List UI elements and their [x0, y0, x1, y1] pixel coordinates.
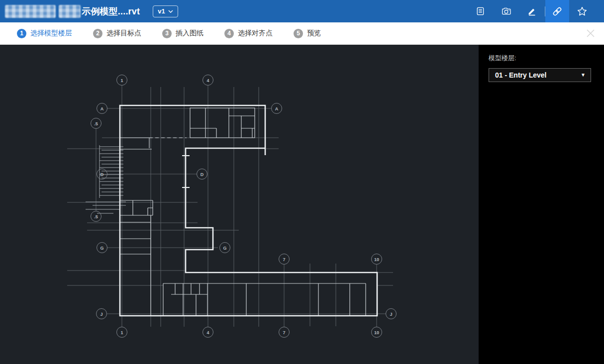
redacted-title-block: [5, 5, 56, 18]
wizard-step-3[interactable]: 3插入图纸: [162, 29, 203, 38]
content-area: 14AA.5DD.5GG710JJ14710 模型楼层: 01 - Entry …: [0, 45, 604, 364]
dropdown-caret-icon: ▼: [581, 73, 586, 78]
floor-plan-viewport[interactable]: 14AA.5DD.5GG710JJ14710: [0, 45, 479, 364]
document-title: 示例模型....rvt: [82, 5, 140, 17]
version-label: v1: [158, 7, 165, 15]
grid-bubble-label: 10: [374, 257, 379, 262]
grid-bubble-label: J: [390, 312, 392, 317]
markup-button[interactable]: [519, 0, 545, 22]
grid-bubble-label: A: [275, 106, 279, 111]
star-icon: [577, 6, 588, 17]
floor-select-label: 模型楼层:: [489, 54, 594, 63]
grid-bubble-label: .5: [94, 121, 98, 126]
grid-bubble-label: 4: [206, 330, 209, 335]
grid-bubble-label: J: [100, 312, 102, 317]
floor-selected-value: 01 - Entry Level: [495, 71, 547, 79]
favorite-button[interactable]: [569, 0, 595, 22]
wizard-step-5[interactable]: 5预览: [294, 29, 321, 38]
step-label: 选择对齐点: [238, 29, 273, 38]
building-outline: [120, 105, 377, 316]
grid-bubble-label: 1: [120, 330, 123, 335]
camera-icon: [501, 6, 511, 16]
chevron-down-icon: [168, 10, 173, 13]
link-icon: [552, 6, 563, 17]
grid-bubble-label: A: [101, 106, 104, 111]
floor-select-dropdown[interactable]: 01 - Entry Level ▼: [489, 68, 591, 82]
grid-bubble-label: .5: [94, 214, 98, 219]
document-info-button[interactable]: [467, 0, 493, 22]
grid-bubble-label: D: [101, 172, 104, 177]
topbar: 示例模型....rvt v1: [0, 0, 604, 22]
step-label: 选择目标点: [106, 29, 141, 38]
step-label: 插入图纸: [176, 29, 203, 38]
wizard-step-bar: 1选择模型楼层2选择目标点3插入图纸4选择对齐点5预览: [0, 22, 604, 45]
close-icon: [585, 28, 596, 39]
grid-bubble-label: 10: [374, 330, 379, 335]
grid-bubble-label: 1: [120, 78, 123, 83]
step-number-badge: 1: [17, 29, 26, 38]
interior-walls: [120, 108, 366, 316]
wizard-step-1[interactable]: 1选择模型楼层: [17, 29, 72, 38]
wizard-steps: 1选择模型楼层2选择目标点3插入图纸4选择对齐点5预览: [17, 29, 342, 38]
grid-lines: [67, 86, 393, 327]
grid-bubble-label: G: [100, 246, 103, 251]
model-floor-panel: 模型楼层: 01 - Entry Level ▼: [479, 45, 604, 364]
close-wizard-button[interactable]: [584, 27, 597, 40]
wizard-step-2[interactable]: 2选择目标点: [93, 29, 141, 38]
step-label: 选择模型楼层: [30, 29, 72, 38]
document-icon: [476, 6, 485, 16]
grid-bubble-label: G: [223, 246, 226, 251]
pen-icon: [527, 6, 537, 16]
grid-bubble-label: 7: [283, 330, 285, 335]
grid-bubble-label: 7: [283, 257, 285, 262]
grid-bubble-label: D: [201, 172, 204, 177]
step-label: 预览: [307, 29, 321, 38]
grid-bubbles: 14AA.5DD.5GG710JJ14710: [91, 75, 397, 338]
step-number-badge: 3: [162, 29, 172, 38]
step-number-badge: 4: [224, 29, 234, 38]
redacted-title-block: [59, 5, 81, 18]
step-number-badge: 5: [294, 29, 303, 38]
grid-bubble-label: 4: [206, 78, 209, 83]
document-title-area: 示例模型....rvt v1: [0, 0, 178, 22]
floor-plan-drawing: 14AA.5DD.5GG710JJ14710: [0, 45, 479, 364]
integrate-drawing-button[interactable]: [545, 0, 569, 22]
version-dropdown[interactable]: v1: [153, 5, 178, 17]
wizard-step-4[interactable]: 4选择对齐点: [224, 29, 273, 38]
step-number-badge: 2: [93, 29, 102, 38]
snapshot-button[interactable]: [493, 0, 519, 22]
topbar-actions: [467, 0, 604, 22]
